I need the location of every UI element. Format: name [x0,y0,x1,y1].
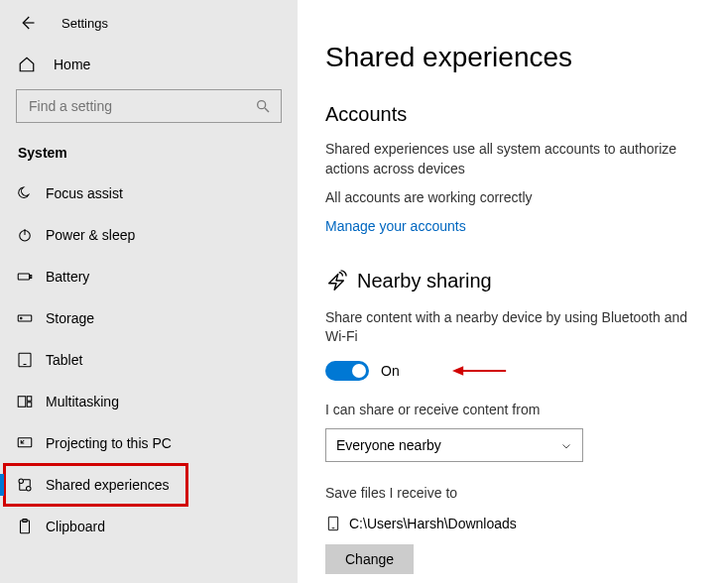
sidebar-item-multitasking[interactable]: Multitasking [0,381,298,422]
main-content: Shared experiences Accounts Shared exper… [298,0,728,583]
sidebar-item-clipboard[interactable]: Clipboard [0,506,298,547]
sidebar-item-label: Tablet [46,352,82,368]
svg-rect-14 [18,438,32,447]
sidebar-item-tablet[interactable]: Tablet [0,339,298,381]
storage-icon [16,309,34,327]
svg-rect-12 [27,397,32,402]
accounts-description: Shared experiences use all system accoun… [325,140,706,178]
sidebar-home[interactable]: Home [0,56,298,73]
battery-icon [16,268,34,286]
sidebar-item-projecting[interactable]: Projecting to this PC [0,422,298,464]
search-icon [255,98,271,114]
multitask-icon [16,393,34,410]
chevron-down-icon [560,439,572,451]
shared-exp-icon [16,476,34,494]
share-scope-dropdown[interactable]: Everyone nearby [325,428,583,462]
svg-rect-6 [30,276,32,279]
sidebar-item-power-sleep[interactable]: Power & sleep [0,214,298,256]
share-scope-label: I can share or receive content from [325,401,706,420]
svg-point-1 [258,101,266,109]
sidebar-nav: Focus assist Power & sleep Battery Stora… [0,173,298,547]
settings-sidebar: Settings Home System Focus assist Power … [0,0,298,583]
accounts-heading: Accounts [325,103,706,126]
nearby-sharing-toggle[interactable] [325,361,369,381]
svg-point-16 [27,487,32,492]
change-location-button[interactable]: Change [325,544,414,574]
home-icon [18,56,36,73]
nearby-sharing-description: Share content with a nearby device by us… [325,308,706,347]
sidebar-item-battery[interactable]: Battery [0,256,298,297]
annotation-arrow-icon [452,363,508,379]
settings-title: Settings [61,16,108,31]
search-box[interactable] [16,89,282,123]
nearby-sharing-heading: Nearby sharing [357,270,492,292]
moon-icon [16,184,34,202]
svg-marker-24 [452,366,463,375]
dropdown-value: Everyone nearby [336,437,441,453]
device-icon [325,513,341,534]
sidebar-item-label: Storage [46,310,94,326]
project-icon [16,434,34,452]
save-location-path: C:\Users\Harsh\Downloads [349,516,517,531]
sidebar-home-label: Home [54,57,90,72]
tablet-icon [16,351,34,369]
manage-accounts-link[interactable]: Manage your accounts [325,218,706,234]
search-input[interactable] [27,97,255,115]
svg-point-8 [21,317,23,319]
back-icon[interactable] [18,14,36,32]
sidebar-item-storage[interactable]: Storage [0,297,298,339]
svg-rect-11 [18,397,26,408]
sidebar-item-label: Projecting to this PC [46,435,172,451]
power-icon [16,226,34,244]
save-location-label: Save files I receive to [325,484,706,504]
sidebar-item-label: Power & sleep [46,227,135,243]
sidebar-item-focus-assist[interactable]: Focus assist [0,173,298,214]
sidebar-item-shared-experiences[interactable]: Shared experiences [4,464,187,506]
sidebar-item-label: Focus assist [46,185,123,201]
nearby-sharing-icon [325,270,347,292]
sidebar-item-label: Shared experiences [46,477,170,493]
toggle-state-label: On [381,363,400,379]
sidebar-item-label: Multitasking [46,394,119,409]
page-title: Shared experiences [325,42,706,73]
accounts-status: All accounts are working correctly [325,188,706,208]
svg-rect-13 [27,403,32,408]
clipboard-icon [16,518,34,535]
sidebar-item-label: Battery [46,269,89,285]
svg-line-2 [265,108,269,112]
sidebar-category-system: System [0,123,298,169]
svg-rect-5 [18,274,29,280]
sidebar-item-label: Clipboard [46,519,105,534]
